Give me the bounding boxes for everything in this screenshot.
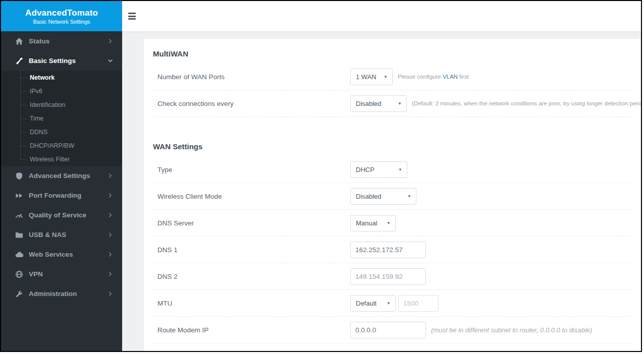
row-check-connections-every: Check connections everyDisabled▼(Default…: [153, 90, 632, 117]
wireless-client-mode-select[interactable]: Disabled▼: [350, 188, 416, 205]
page-subtitle: Basic Network Settings: [33, 19, 90, 25]
field-controls: Disabled▼: [350, 188, 416, 205]
row-dns-2: DNS 2: [153, 263, 632, 290]
chevron-right-icon: [108, 252, 113, 257]
sidebar-item-label: Port Forwarding: [29, 192, 81, 199]
sidebar-item-label: Web Services: [29, 251, 73, 258]
field-label: DNS 1: [157, 246, 350, 254]
check-connections-every-select[interactable]: Disabled▼: [350, 95, 407, 112]
dropdown-caret-icon: ▼: [387, 221, 391, 225]
sidebar-item-label: USB & NAS: [29, 231, 66, 239]
hamburger-icon[interactable]: [128, 10, 141, 23]
sidebar-item-label: Administration: [29, 290, 77, 298]
mtu-select[interactable]: Default▼: [350, 295, 396, 312]
settings-card: MultiWANNumber of WAN Ports1 WAN▼Please …: [144, 39, 641, 351]
sidebar-subitem-ddns[interactable]: DDNS: [1, 125, 122, 139]
sidebar-item-quality-of-service[interactable]: Quality of Service: [1, 205, 122, 225]
globe-icon: [15, 270, 23, 278]
row-dns-server: DNS ServerManual▼: [153, 210, 632, 237]
field-note: (must be in different subnet to router, …: [431, 326, 592, 334]
app-title: AdvancedTomato: [25, 8, 98, 18]
row-type: TypeDHCP▼: [153, 156, 632, 183]
dns-2-input[interactable]: [350, 268, 426, 285]
selected-value: DHCP: [356, 166, 374, 173]
sidebar-subitem-label: Network: [30, 74, 55, 81]
selected-value: Manual: [356, 219, 378, 227]
field-label: Wireless Client Mode: [157, 193, 350, 200]
sidebar-item-vpn[interactable]: VPN: [1, 264, 122, 284]
chevron-right-icon: [108, 291, 113, 297]
dropdown-caret-icon: ▼: [387, 301, 391, 306]
field-label: Type: [157, 166, 350, 173]
sidebar-item-label: Basic Settings: [29, 57, 76, 65]
chevron-right-icon: [108, 193, 113, 198]
sidebar-subitem-label: DHCP/ARP/BW: [30, 142, 74, 149]
app-logo[interactable]: AdvancedTomato Basic Network Settings: [1, 1, 122, 31]
dns-1-input[interactable]: [350, 242, 426, 258]
sidebar-subitem-label: Time: [30, 115, 43, 122]
sidebar-item-basic-settings[interactable]: Basic Settings: [1, 51, 122, 71]
row-mtu: MTUDefault▼: [153, 290, 632, 317]
section-multiwan: MultiWANNumber of WAN Ports1 WAN▼Please …: [153, 49, 632, 117]
field-controls: [350, 268, 426, 285]
row-dns-1: DNS 1: [153, 237, 632, 263]
field-controls: Default▼: [350, 295, 439, 312]
shield-icon: [15, 172, 23, 180]
sidebar: AdvancedTomato Basic Network Settings St…: [1, 1, 122, 351]
vlan-link[interactable]: VLAN: [443, 74, 458, 80]
home-icon: [15, 37, 23, 45]
section-rows: TypeDHCP▼Wireless Client ModeDisabled▼DN…: [153, 156, 632, 343]
chevron-down-icon: [108, 58, 113, 64]
row-route-modem-ip: Route Modem IP(must be in different subn…: [153, 317, 632, 343]
chevron-right-icon: [108, 38, 113, 44]
sidebar-subitem-time[interactable]: Time: [1, 111, 122, 125]
row-wireless-client-mode: Wireless Client ModeDisabled▼: [153, 183, 632, 210]
field-note: (Default: 2 minutes, when the network co…: [412, 100, 641, 106]
field-controls: Disabled▼: [350, 95, 407, 112]
sidebar-subitem-label: IPv6: [30, 88, 42, 95]
route-modem-ip-input[interactable]: [350, 322, 426, 338]
sidebar-item-label: VPN: [29, 270, 43, 278]
row-number-of-wan-ports: Number of WAN Ports1 WAN▼Please configur…: [153, 64, 632, 90]
number-of-wan-ports-select[interactable]: 1 WAN▼: [350, 69, 393, 85]
sidebar-subitem-label: Wireless Filter: [30, 156, 70, 163]
dns-server-select[interactable]: Manual▼: [350, 215, 396, 231]
sidebar-subitem-identification[interactable]: Identification: [1, 98, 122, 111]
fast-forward-icon: [15, 192, 23, 200]
dropdown-caret-icon: ▼: [398, 167, 402, 172]
sidebar-subitem-wireless-filter[interactable]: Wireless Filter: [1, 152, 122, 166]
sidebar-subitem-dhcp-arp-bw[interactable]: DHCP/ARP/BW: [1, 139, 122, 152]
cloud-icon: [15, 251, 23, 259]
field-label: Route Modem IP: [157, 326, 350, 334]
sidebar-item-label: Status: [29, 37, 49, 45]
selected-value: 1 WAN: [356, 73, 377, 81]
mtu-input: [398, 295, 439, 312]
sidebar-item-usb-nas[interactable]: USB & NAS: [1, 225, 122, 245]
field-controls: DHCP▼: [350, 161, 407, 178]
gauge-icon: [15, 211, 23, 219]
sidebar-item-web-services[interactable]: Web Services: [1, 245, 122, 264]
type-select[interactable]: DHCP▼: [350, 161, 407, 178]
dropdown-caret-icon: ▼: [384, 75, 388, 79]
section-title: MultiWAN: [153, 49, 632, 58]
chevron-right-icon: [108, 232, 113, 238]
chevron-right-icon: [108, 271, 113, 277]
field-label: DNS Server: [157, 219, 350, 227]
sidebar-item-status[interactable]: Status: [1, 31, 122, 51]
sidebar-subitem-network[interactable]: Network: [1, 71, 122, 84]
field-label: MTU: [157, 300, 350, 307]
sidebar-item-label: Advanced Settings: [29, 172, 90, 180]
sidebar-item-administration[interactable]: Administration: [1, 284, 122, 304]
sidebar-subitem-label: DDNS: [30, 129, 47, 136]
field-label: Check connections every: [157, 100, 350, 107]
sidebar-item-port-forwarding[interactable]: Port Forwarding: [1, 186, 122, 205]
selected-value: Disabled: [356, 193, 382, 200]
field-controls: 1 WAN▼: [350, 69, 393, 85]
field-label: Number of WAN Ports: [157, 73, 350, 81]
folder-icon: [15, 231, 23, 239]
tools-icon: [15, 57, 23, 65]
sidebar-item-advanced-settings[interactable]: Advanced Settings: [1, 166, 122, 186]
sidebar-item-label: Quality of Service: [29, 211, 86, 219]
sidebar-subitem-label: Identification: [30, 101, 65, 108]
sidebar-subitem-ipv6[interactable]: IPv6: [1, 84, 122, 98]
